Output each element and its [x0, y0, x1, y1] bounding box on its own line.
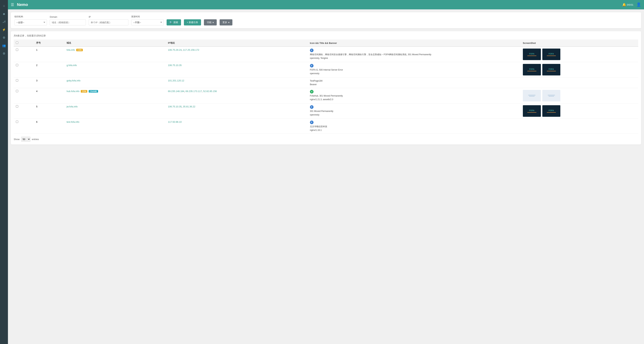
badge-cdn: CDN: [81, 90, 87, 93]
table-row: 1fofa.info CDN106.75.29.24, 117.25.156.1…: [14, 47, 638, 62]
func-button[interactable]: 功能 ▾: [204, 19, 217, 26]
entries-label: entries: [32, 138, 39, 141]
row-screenshots: [521, 77, 638, 88]
fofa-icon: F: [310, 121, 314, 124]
row-seq: 4: [34, 88, 64, 103]
ip-input[interactable]: [89, 19, 128, 26]
row-icon-title-banner: F301 Moved Permanentlyopenresty: [308, 103, 521, 119]
screenshot-thumb[interactable]: FOFA: [523, 105, 541, 117]
func-chevron-icon: ▾: [212, 21, 214, 24]
row-ip[interactable]: 106.75.10.35: [166, 62, 308, 77]
screenshot-thumb[interactable]: FOFA: [523, 64, 541, 76]
sidebar-icon-users[interactable]: 👥: [1, 42, 7, 49]
domain-link[interactable]: g.fofa.info: [66, 64, 77, 67]
row-domain[interactable]: goby.fofa.info: [64, 77, 166, 88]
sidebar-icon-home[interactable]: ⌂: [1, 3, 7, 9]
row-checkbox[interactable]: [16, 64, 18, 66]
row-domain[interactable]: fofa.info CDN: [64, 47, 166, 62]
header-domain: 域名: [64, 40, 166, 47]
title-text: TestPage184: [310, 79, 518, 83]
select-all-checkbox[interactable]: [16, 42, 18, 44]
domain-input[interactable]: [50, 19, 86, 26]
entries-select[interactable]: 50 100 200: [21, 137, 30, 142]
data-table: 序号 域名 IP地址 Icon && Title && Banner Scree…: [14, 40, 638, 134]
ip-link[interactable]: 69.235.148.184: [168, 90, 184, 93]
header-checkbox: [14, 40, 34, 47]
table-row: 5jw.fofa.info106.75.10.35, 35.81.36.22F3…: [14, 103, 638, 119]
screenshot-thumb[interactable]: [523, 90, 541, 101]
time-filter-group: 更新时间 --不限--: [131, 15, 164, 26]
ip-link[interactable]: 69.235.173.117: [186, 90, 202, 93]
app-title: Nemo: [17, 2, 622, 7]
sidebar-icon-branch[interactable]: ⎇: [1, 19, 7, 25]
fofa-icon: F: [310, 64, 314, 68]
screenshot-thumb[interactable]: FOFA: [542, 64, 560, 76]
row-domain[interactable]: hub.fofa.info CDN CNAME: [64, 88, 166, 103]
row-checkbox[interactable]: [16, 105, 18, 108]
row-domain[interactable]: jw.fofa.info: [64, 103, 166, 119]
row-checkbox[interactable]: [16, 49, 18, 51]
title-text: 网络空间测绘，网络空间安全搜索引擎，网络空间测绘引擎，安全态势感知 – FOFA…: [310, 53, 518, 56]
screenshot-thumb[interactable]: FOFA: [542, 105, 560, 117]
table-summary: 共6条记录，当前显示1到6记录: [14, 34, 638, 37]
row-domain[interactable]: g.fofa.info: [64, 62, 166, 77]
sidebar-icon-config[interactable]: ⚙: [1, 50, 7, 57]
row-checkbox[interactable]: [16, 79, 18, 82]
show-label: Show: [14, 138, 20, 141]
row-ip[interactable]: 106.75.10.35, 35.81.36.22: [166, 103, 308, 119]
main-area: ☰ Nemo 🔔 0/0/31 👤 组织机构 --全部-- Domain: [8, 0, 644, 344]
sidebar-icon-settings[interactable]: ⚙: [1, 34, 7, 41]
row-icon-title-banner: FFOFA-G, 500 Internal Server Erroropenre…: [308, 62, 521, 77]
table-row: 2g.fofa.info106.75.10.35FFOFA-G, 500 Int…: [14, 62, 638, 77]
screenshot-thumb[interactable]: FOFA: [542, 49, 560, 60]
ip-link[interactable]: 106.75.10.35: [168, 105, 182, 108]
row-domain[interactable]: test.fofa.info: [64, 119, 166, 134]
domain-link[interactable]: jw.fofa.info: [66, 105, 78, 108]
row-ip[interactable]: 101.201.120.12: [166, 77, 308, 88]
menu-icon[interactable]: ☰: [11, 3, 14, 7]
title-text: 北京华顺信安科技: [310, 125, 518, 128]
ip-link[interactable]: 117.25.156.172: [183, 49, 199, 51]
user-icon[interactable]: 👤: [636, 2, 641, 7]
ip-link[interactable]: 117.50.98.10: [168, 121, 182, 123]
ip-link[interactable]: 106.75.10.35: [168, 64, 182, 67]
row-ip[interactable]: 117.50.98.10: [166, 119, 308, 134]
org-select[interactable]: --全部--: [14, 19, 47, 26]
more-label: 更多: [222, 21, 227, 24]
domain-label: Domain: [50, 16, 86, 18]
row-ip[interactable]: 69.235.148.184, 69.235.173.117, 52.82.85…: [166, 88, 308, 103]
time-select[interactable]: --不限--: [131, 19, 164, 26]
notification-badge[interactable]: 🔔 0/0/31: [622, 3, 633, 7]
row-seq: 6: [34, 119, 64, 134]
ip-link[interactable]: 35.81.36.22: [183, 105, 196, 108]
table-row: 4hub.fofa.info CDN CNAME69.235.148.184, …: [14, 88, 638, 103]
content: 组织机构 --全部-- Domain IP 更新时间 --不限--: [8, 10, 644, 344]
domain-link[interactable]: test.fofa.info: [66, 121, 79, 123]
org-filter-group: 组织机构 --全部--: [14, 15, 47, 26]
row-checkbox[interactable]: [16, 121, 18, 123]
ip-link[interactable]: 101.201.120.12: [168, 79, 184, 82]
screenshot-thumb[interactable]: [542, 90, 560, 101]
more-button[interactable]: 更多 ▾: [220, 19, 232, 26]
row-icon-title-banner: ⚙FofaHub, 301 Moved Permanentlynginx/1.2…: [308, 88, 521, 103]
search-button[interactable]: 🔍 搜索: [166, 19, 181, 26]
domain-link[interactable]: goby.fofa.info: [66, 79, 80, 82]
filter-card: 组织机构 --全部-- Domain IP 更新时间 --不限--: [11, 12, 641, 28]
domain-link[interactable]: fofa.info: [66, 49, 75, 51]
row-seq: 2: [34, 62, 64, 77]
row-ip[interactable]: 106.75.29.24, 117.25.156.172: [166, 47, 308, 62]
title-text: 301 Moved Permanently: [310, 110, 518, 113]
banner-text: nginx/1.16.1: [310, 129, 518, 132]
banner-text: openresty: [310, 72, 518, 75]
sidebar-icon-tag[interactable]: ◈: [1, 11, 7, 17]
ip-link[interactable]: 106.75.29.24: [168, 49, 182, 51]
fofa-icon: F: [310, 105, 314, 109]
screenshot-thumb[interactable]: FOFA: [523, 49, 541, 60]
ip-link[interactable]: 52.82.85.156: [203, 90, 217, 93]
domain-link[interactable]: hub.fofa.info: [66, 90, 80, 93]
row-seq: 5: [34, 103, 64, 119]
sidebar-icon-lightning[interactable]: ⚡: [1, 26, 7, 33]
row-seq: 1: [34, 47, 64, 62]
new-task-button[interactable]: + 新建任务: [184, 19, 201, 26]
row-checkbox[interactable]: [16, 90, 18, 92]
